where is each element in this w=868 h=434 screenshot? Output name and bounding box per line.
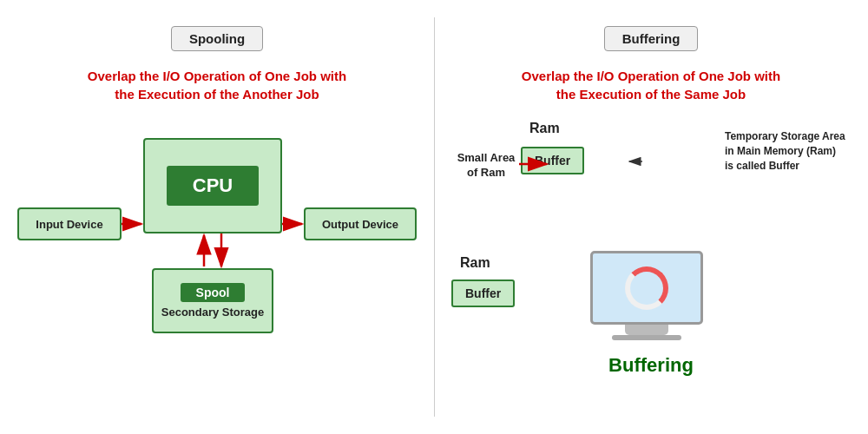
input-device-box: Input Device — [17, 207, 122, 240]
buffering-panel: Buffering Overlap the I/O Operation of O… — [434, 0, 868, 434]
spooling-panel: Spooling Overlap the I/O Operation of On… — [0, 0, 434, 434]
buffer-label-top: Buffer — [521, 147, 584, 174]
small-area-label: Small Area of Ram — [451, 151, 521, 181]
output-device-label: Output Device — [322, 218, 398, 231]
spooling-title: Spooling — [171, 26, 263, 51]
buffering-bottom-diagram: Ram Buffer Buffering — [443, 247, 859, 381]
buffering-big-label: Buffering — [443, 354, 859, 377]
cpu-box: CPU — [143, 138, 282, 233]
buffering-description: Overlap the I/O Operation of One Job wit… — [512, 67, 790, 103]
input-device-label: Input Device — [36, 218, 102, 231]
buffering-title: Buffering — [604, 26, 699, 51]
ram-label-top: Ram — [529, 121, 560, 136]
monitor-base — [612, 335, 681, 340]
buffer-label-bot: Buffer — [451, 279, 515, 307]
cpu-label: CPU — [167, 166, 259, 206]
loading-spinner — [625, 266, 668, 310]
buffering-top-diagram: Small Area of Ram Ram Buffer Temporary S… — [443, 108, 859, 247]
spooling-diagram: CPU Input Device Output Device Spool Sec… — [9, 112, 425, 355]
spooling-description: Overlap the I/O Operation of One Job wit… — [78, 67, 356, 103]
monitor-stand — [625, 325, 668, 335]
output-device-box: Output Device — [304, 207, 417, 240]
buffer-box-top: Buffer — [521, 147, 584, 174]
annotation-text: Temporary Storage Area in Main Memory (R… — [725, 129, 846, 173]
monitor — [590, 251, 703, 338]
spool-box: Spool Secondary Storage — [152, 268, 273, 333]
buffer-box-bot: Buffer — [451, 279, 515, 307]
spool-label: Spool — [181, 283, 246, 302]
monitor-screen — [590, 251, 703, 325]
ram-label-bot: Ram — [460, 255, 490, 271]
main-container: Spooling Overlap the I/O Operation of On… — [0, 0, 868, 434]
spool-sublabel: Secondary Storage — [161, 306, 265, 319]
